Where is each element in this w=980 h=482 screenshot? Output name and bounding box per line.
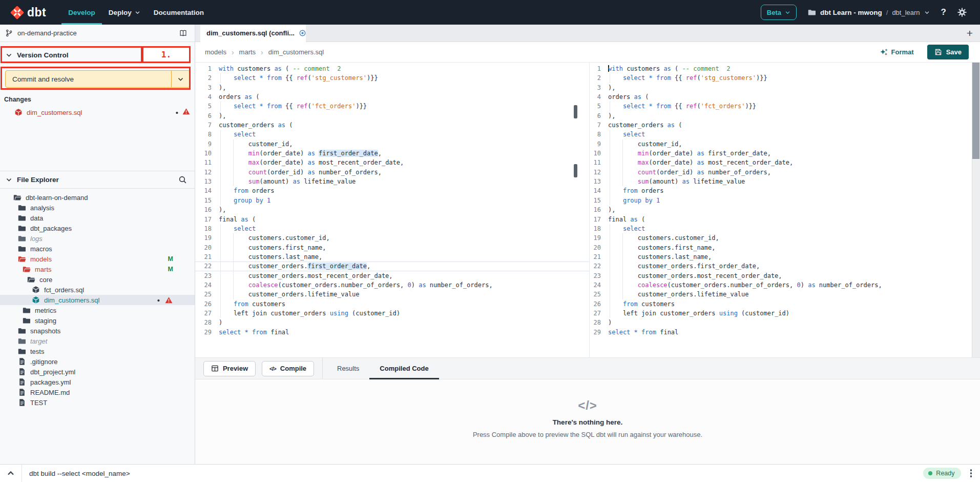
project-breadcrumb[interactable]: dbt Learn - mwong / dbt_learn <box>808 8 930 16</box>
tree-folder-dbt-packages[interactable]: dbt_packages <box>0 223 195 233</box>
code-line[interactable]: 13 sum(amount) as lifetime_value <box>590 177 972 186</box>
tree-folder-marts[interactable]: martsM <box>0 264 195 274</box>
tree-file-dbt-project-yml[interactable]: dbt_project.yml <box>0 367 195 377</box>
code-line[interactable]: 20 customers.first_name, <box>590 243 972 252</box>
tree-file-readme-md[interactable]: README.md <box>0 387 195 397</box>
code-line[interactable]: 28) <box>590 318 972 327</box>
code-line[interactable]: 9 customer_id, <box>195 139 589 149</box>
code-line[interactable]: 1with customers as ( -- comment 2 <box>195 64 589 73</box>
search-icon[interactable] <box>178 175 187 184</box>
gear-icon[interactable] <box>957 8 967 17</box>
code-line[interactable]: 24 coalesce(customer_orders.number_of_or… <box>590 280 972 290</box>
code-line[interactable]: 11 max(order_date) as most_recent_order_… <box>590 158 972 167</box>
code-line[interactable]: 16), <box>590 205 972 214</box>
code-line[interactable]: 9 customer_id, <box>590 139 972 149</box>
breadcrumb-item-models[interactable]: models <box>205 48 226 56</box>
code-line[interactable]: 10 min(order_date) as first_order_date, <box>590 149 972 158</box>
tree-file-dim-customers-sql[interactable]: dim_customers.sql• <box>0 295 195 305</box>
code-line[interactable]: 29select * from final <box>590 328 972 337</box>
code-line[interactable]: 25 customer_orders.lifetime_value <box>195 290 589 299</box>
tree-file-packages-yml[interactable]: packages.yml <box>0 377 195 387</box>
docs-book-icon[interactable] <box>179 29 187 37</box>
command-input[interactable]: dbt build --select <model_name> <box>29 470 130 477</box>
code-line[interactable]: 5 select * from {{ ref('fct_orders')}} <box>590 102 972 111</box>
code-line[interactable]: 10 min(order_date) as first_order_date, <box>195 149 589 158</box>
tab-compiled-code[interactable]: Compiled Code <box>369 357 439 379</box>
nav-item-develop[interactable]: Develop <box>61 0 102 25</box>
pane-scrollbar-thumb[interactable] <box>574 164 577 177</box>
breadcrumb-item-dim-customers-sql[interactable]: dim_customers.sql <box>268 48 324 56</box>
code-line[interactable]: 3), <box>195 83 589 92</box>
code-line[interactable]: 27 left join customer_orders using (cust… <box>195 309 589 318</box>
tab-results[interactable]: Results <box>327 357 369 379</box>
code-line[interactable]: 14 from orders <box>195 186 589 195</box>
tree-folder-analysis[interactable]: analysis <box>0 203 195 213</box>
commit-and-resolve-button[interactable]: Commit and resolve <box>5 70 190 88</box>
code-line[interactable]: 6), <box>195 111 589 120</box>
code-line[interactable]: 14 from orders <box>590 186 972 195</box>
code-line[interactable]: 29select * from final <box>195 328 589 337</box>
save-button[interactable]: Save <box>927 45 969 59</box>
code-line[interactable]: 21 customers.last_name, <box>590 252 972 262</box>
code-line[interactable]: 7customer_orders as ( <box>195 120 589 130</box>
code-line[interactable]: 26 from customers <box>195 299 589 309</box>
code-line[interactable]: 7customer_orders as ( <box>590 120 972 130</box>
tree-folder-logs[interactable]: logs <box>0 233 195 244</box>
file-explorer-header[interactable]: File Explorer <box>0 171 195 189</box>
code-line[interactable]: 17final as ( <box>590 215 972 224</box>
nav-item-documentation[interactable]: Documentation <box>147 0 211 25</box>
code-pane-local[interactable]: 1with customers as ( -- comment 22 selec… <box>195 63 589 357</box>
code-line[interactable]: 23 customer_orders.most_recent_order_dat… <box>590 271 972 280</box>
kebab-menu-icon[interactable] <box>969 468 974 479</box>
format-button[interactable]: Format <box>880 48 914 56</box>
tree-folder-macros[interactable]: macros <box>0 244 195 254</box>
code-pane-remote[interactable]: 1with customers as ( -- comment 22 selec… <box>590 63 972 357</box>
beta-dropdown[interactable]: Beta <box>761 5 797 20</box>
commit-options-caret[interactable] <box>171 71 190 87</box>
chevron-up-icon[interactable] <box>7 469 15 477</box>
editor-scrollbar-track[interactable] <box>972 63 980 357</box>
code-line[interactable]: 1with customers as ( -- comment 2 <box>590 64 972 73</box>
tree-folder-data[interactable]: data <box>0 213 195 223</box>
code-line[interactable]: 2 select * from {{ ref('stg_customers')}… <box>195 73 589 83</box>
tree-folder-snapshots[interactable]: snapshots <box>0 326 195 336</box>
tree-folder-staging[interactable]: staging <box>0 315 195 326</box>
code-line[interactable]: 25 customer_orders.lifetime_value <box>590 290 972 299</box>
code-line[interactable]: 6), <box>590 111 972 120</box>
tree-folder-target[interactable]: target <box>0 336 195 346</box>
code-line[interactable]: 18 select <box>590 224 972 233</box>
tree-folder-tests[interactable]: tests <box>0 346 195 356</box>
code-line[interactable]: 22 customer_orders.first_order_date, <box>590 262 972 271</box>
code-line[interactable]: 15 group by 1 <box>590 196 972 205</box>
new-tab-button[interactable]: + <box>967 28 973 38</box>
code-line[interactable]: 26 from customers <box>590 299 972 309</box>
code-line[interactable]: 18 select <box>195 224 589 233</box>
tree-folder-core[interactable]: core <box>0 274 195 285</box>
tree-folder-models[interactable]: modelsM <box>0 254 195 264</box>
code-line[interactable]: 2 select * from {{ ref('stg_customers')}… <box>590 73 972 83</box>
dbt-logo[interactable]: dbt <box>10 6 46 19</box>
tree-file-fct-orders-sql[interactable]: fct_orders.sql <box>0 285 195 295</box>
code-line[interactable]: 21 customers.last_name, <box>195 252 589 262</box>
help-icon[interactable]: ? <box>941 7 946 17</box>
git-branch-row[interactable]: on-demand-practice <box>0 25 195 42</box>
pane-scrollbar-thumb[interactable] <box>574 105 577 118</box>
breadcrumb-item-marts[interactable]: marts <box>239 48 256 56</box>
tree-file--gitignore[interactable]: .gitignore <box>0 356 195 367</box>
code-line[interactable]: 22 customer_orders.first_order_date, <box>195 262 589 271</box>
code-line[interactable]: 3), <box>590 83 972 92</box>
code-line[interactable]: 19 customers.customer_id, <box>195 233 589 243</box>
code-line[interactable]: 12 count(order_id) as number_of_orders, <box>590 168 972 177</box>
nav-item-deploy[interactable]: Deploy <box>102 0 147 25</box>
code-line[interactable]: 8 select <box>195 130 589 139</box>
changed-file-row[interactable]: dim_customers.sql• <box>0 107 195 118</box>
code-line[interactable]: 24 coalesce(customer_orders.number_of_or… <box>195 280 589 290</box>
tree-folder-metrics[interactable]: metrics <box>0 305 195 315</box>
code-line[interactable]: 17final as ( <box>195 215 589 224</box>
preview-button[interactable]: Preview <box>203 361 256 376</box>
code-line[interactable]: 13 sum(amount) as lifetime_value <box>195 177 589 186</box>
tree-folder-dbt-learn-on-demand[interactable]: dbt-learn-on-demand <box>0 192 195 203</box>
code-line[interactable]: 23 customer_orders.most_recent_order_dat… <box>195 271 589 280</box>
tab-dim-customers[interactable]: dim_customers.sql (confli... <box>200 25 306 42</box>
code-line[interactable]: 27 left join customer_orders using (cust… <box>590 309 972 318</box>
